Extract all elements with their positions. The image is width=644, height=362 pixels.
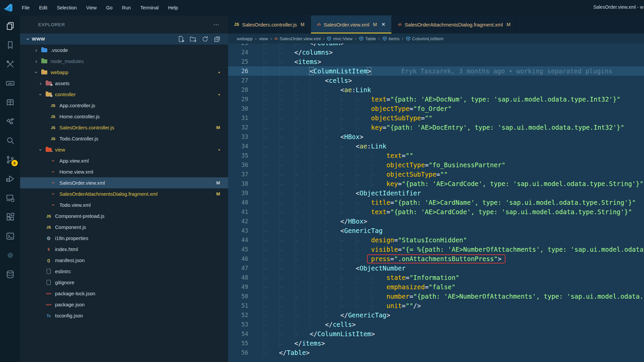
tree-file-Todo.view.xml[interactable]: ‹/›Todo.view.xml xyxy=(20,199,228,210)
breadcrumb-item-ColumnListItem[interactable]: ColumnListItem xyxy=(406,36,444,41)
breadcrumb-item-webapp[interactable]: webapp xyxy=(237,36,253,41)
line-content[interactable]: </ColumnListItem> xyxy=(254,329,644,339)
code-line-56[interactable]: 56</Table> xyxy=(228,348,644,357)
line-content[interactable]: <ae:Link xyxy=(254,141,644,151)
menu-view[interactable]: View xyxy=(83,3,100,12)
line-content[interactable]: text="{path: 'AE>DocNum', type: 'sap.ui.… xyxy=(254,95,644,104)
line-content[interactable]: visible="{= %{path: 'AE>NumberOfAttachme… xyxy=(254,245,644,254)
api-icon[interactable]: API xyxy=(6,79,15,88)
line-content[interactable]: </GenericTag> xyxy=(254,310,644,320)
diagram-icon[interactable] xyxy=(6,117,15,126)
run-debug-icon[interactable] xyxy=(6,174,15,183)
line-number[interactable]: 40 xyxy=(228,198,254,207)
line-content[interactable]: objectSubType="" xyxy=(254,113,644,123)
line-content[interactable]: <GenericTag xyxy=(254,226,644,235)
line-content[interactable]: objectType="fo_Order" xyxy=(254,104,644,113)
chevron-icon[interactable]: › xyxy=(34,47,39,53)
line-content[interactable]: </Table> xyxy=(254,348,644,357)
more-actions-icon[interactable]: ⋯ xyxy=(213,21,219,28)
tree-file-Home.controller.js[interactable]: JSHome.controller.js xyxy=(20,111,228,122)
code-line-39[interactable]: 39<ObjectIdentifier xyxy=(228,188,644,198)
code-line-34[interactable]: 34<ae:Link xyxy=(228,141,644,151)
tree-file-index.html[interactable]: 5index.html xyxy=(20,244,228,255)
code-line-49[interactable]: 49emphasized="false" xyxy=(228,282,644,292)
code-line-23[interactable]: 23</Column> xyxy=(228,44,644,48)
chevron-icon[interactable]: › xyxy=(38,92,44,97)
tree-file-tsconfig.json[interactable]: Tstsconfig.json xyxy=(20,310,228,321)
line-content[interactable]: <items> xyxy=(254,57,644,66)
line-number[interactable]: 53 xyxy=(228,320,254,329)
source-control-icon[interactable]: 9 xyxy=(6,155,15,164)
code-line-33[interactable]: 33<HBox> xyxy=(228,132,644,141)
line-number[interactable]: 52 xyxy=(228,310,254,320)
line-number[interactable]: 30 xyxy=(228,104,254,113)
menu-run[interactable]: Run xyxy=(118,3,135,12)
database-icon[interactable] xyxy=(6,270,15,279)
code-line-24[interactable]: 24</columns> xyxy=(228,48,644,57)
line-content[interactable]: <ObjectNumber xyxy=(254,263,644,273)
tree-file-Component.js[interactable]: JSComponent.js xyxy=(20,222,228,233)
chevron-icon[interactable]: › xyxy=(38,80,43,86)
line-number[interactable]: 29 xyxy=(228,95,254,104)
line-number[interactable]: 38 xyxy=(228,179,254,188)
line-content[interactable]: title="{path: 'AE>CardName', type: 'sap.… xyxy=(254,198,644,207)
breadcrumb-item-view[interactable]: view xyxy=(259,36,268,41)
collapse-folders-icon[interactable] xyxy=(214,36,221,43)
line-number[interactable]: 26 xyxy=(228,66,254,76)
code-line-41[interactable]: 41text="{path: 'AE>CardCode', type: 'sap… xyxy=(228,207,644,217)
line-number[interactable]: 50 xyxy=(228,292,254,301)
code-line-26[interactable]: 26<ColumnListItem>Eryk Taszarek, 3 month… xyxy=(228,66,644,76)
line-number[interactable]: 27 xyxy=(228,76,254,85)
line-content[interactable]: <cells> xyxy=(254,76,644,85)
line-number[interactable]: 56 xyxy=(228,348,254,357)
code-line-53[interactable]: 53</cells> xyxy=(228,320,644,329)
tree-file-Home.view.xml[interactable]: ‹/›Home.view.xml xyxy=(20,166,228,177)
tree-file-Component-preload.js[interactable]: JSComponent-preload.js xyxy=(20,210,228,222)
search-icon[interactable] xyxy=(6,136,15,145)
line-content[interactable]: </columns> xyxy=(254,48,644,57)
code-line-32[interactable]: 32key="{path: 'AE>DocEntry', type: 'sap.… xyxy=(228,123,644,132)
code-line-44[interactable]: 44design="StatusIconHidden" xyxy=(228,235,644,245)
line-content[interactable]: state="Information" xyxy=(254,273,644,282)
code-line-47[interactable]: 47<ObjectNumber xyxy=(228,263,644,273)
extensions-icon[interactable] xyxy=(6,213,15,222)
line-content[interactable]: design="StatusIconHidden" xyxy=(254,235,644,245)
breadcrumb-item-Table[interactable]: Table xyxy=(359,36,376,41)
tree-folder-node_modules[interactable]: ›node_modules xyxy=(20,56,228,67)
line-number[interactable]: 47 xyxy=(228,263,254,273)
line-number[interactable]: 49 xyxy=(228,282,254,292)
line-content[interactable]: objectSubType="" xyxy=(254,170,644,179)
code-line-55[interactable]: 55</items> xyxy=(228,339,644,348)
tree-file-App.controller.js[interactable]: JSApp.controller.js xyxy=(20,100,228,111)
close-icon[interactable]: ✕ xyxy=(381,21,386,27)
code-line-25[interactable]: 25<items> xyxy=(228,57,644,66)
chevron-icon[interactable]: › xyxy=(33,70,39,75)
code-line-50[interactable]: 50number="{path: 'AE>NumberOfAttachments… xyxy=(228,292,644,301)
tree-folder-controller[interactable]: ›⚙controller● xyxy=(20,89,228,100)
line-number[interactable]: 44 xyxy=(228,235,254,245)
line-number[interactable]: 25 xyxy=(228,57,254,66)
docs-book-icon[interactable] xyxy=(6,98,15,107)
tree-file-i18n.properties[interactable]: ⚙i18n.properties xyxy=(20,233,228,244)
bookmarks-icon[interactable] xyxy=(6,41,15,50)
menu-terminal[interactable]: Terminal xyxy=(137,3,162,12)
line-content[interactable]: </Column> xyxy=(254,44,644,48)
code-line-54[interactable]: 54</ColumnListItem> xyxy=(228,329,644,339)
refresh-icon[interactable] xyxy=(202,36,209,43)
chevron-icon[interactable]: › xyxy=(38,147,44,153)
menu-selection[interactable]: Selection xyxy=(53,3,80,12)
line-number[interactable]: 54 xyxy=(228,329,254,339)
menu-edit[interactable]: Edit xyxy=(35,3,51,12)
tree-file-App.view.xml[interactable]: ‹/›App.view.xml xyxy=(20,155,228,166)
line-number[interactable]: 36 xyxy=(228,160,254,170)
menu-file[interactable]: File xyxy=(18,3,33,12)
code-editor[interactable]: 23</Column>24</columns>25<items>26<Colum… xyxy=(228,44,644,362)
line-number[interactable]: 42 xyxy=(228,217,254,226)
line-content[interactable]: <ObjectIdentifier xyxy=(254,188,644,198)
line-number[interactable]: 55 xyxy=(228,339,254,348)
line-number[interactable]: 31 xyxy=(228,113,254,123)
code-line-36[interactable]: 36objectType="fo_BusinessPartner" xyxy=(228,160,644,170)
line-content[interactable]: key="{path: 'AE>CardCode', type: 'sap.ui… xyxy=(254,179,644,188)
line-content[interactable]: emphasized="false" xyxy=(254,282,644,292)
tab-SalesOrders.controller.js[interactable]: JSSalesOrders.controller.jsM xyxy=(228,15,311,34)
